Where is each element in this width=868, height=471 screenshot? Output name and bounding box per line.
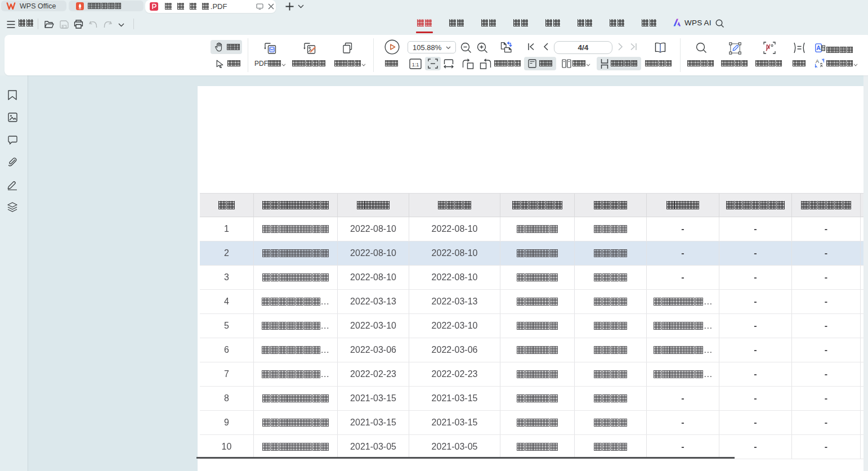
svg-text:A: A (816, 59, 819, 64)
svg-text:1:1: 1:1 (412, 62, 419, 68)
svg-text:A: A (816, 44, 821, 51)
